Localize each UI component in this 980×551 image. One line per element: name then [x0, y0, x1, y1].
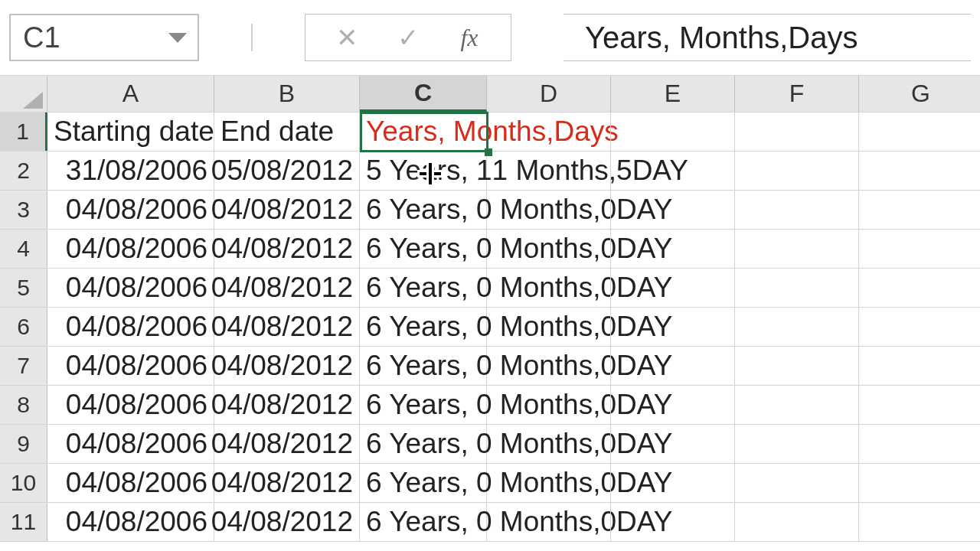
cell-F5[interactable] [735, 269, 859, 307]
cell-G2[interactable] [859, 152, 980, 190]
cell-G1[interactable] [859, 112, 980, 151]
cell-D5[interactable] [487, 269, 611, 307]
cell-A2[interactable]: 31/08/2006 [47, 152, 214, 190]
cancel-icon[interactable]: ✕ [316, 15, 377, 60]
cell-C10[interactable]: 6 Years, 0 Months,0DAY [360, 464, 487, 502]
cell-B8[interactable]: 04/08/2012 [214, 386, 360, 424]
row-header-7[interactable]: 7 [0, 347, 47, 385]
enter-icon[interactable]: ✓ [377, 15, 439, 60]
cell-C8[interactable]: 6 Years, 0 Months,0DAY [360, 386, 487, 424]
cell-F4[interactable] [735, 230, 859, 268]
cell-B5[interactable]: 04/08/2012 [214, 269, 360, 307]
col-header-G[interactable]: G [859, 76, 980, 112]
col-header-D[interactable]: D [487, 76, 611, 112]
insert-function-icon[interactable]: fx [439, 15, 500, 60]
select-all-corner[interactable] [0, 76, 47, 112]
cell-C5[interactable]: 6 Years, 0 Months,0DAY [360, 269, 487, 307]
cell-D3[interactable] [487, 191, 611, 229]
cell-G7[interactable] [859, 347, 980, 385]
cell-A3[interactable]: 04/08/2006 [47, 191, 214, 229]
row-header-3[interactable]: 3 [0, 191, 47, 229]
cell-G11[interactable] [859, 503, 980, 541]
cell-G9[interactable] [859, 425, 980, 463]
cell-G3[interactable] [859, 191, 980, 229]
cell-A4[interactable]: 04/08/2006 [47, 230, 214, 268]
cell-E9[interactable] [611, 425, 735, 463]
name-box[interactable]: C1 [9, 14, 199, 61]
cell-D11[interactable] [487, 503, 611, 541]
cell-F2[interactable] [735, 152, 859, 190]
cell-F6[interactable] [735, 308, 859, 346]
cell-D10[interactable] [487, 464, 611, 502]
cell-A1[interactable]: Starting date [47, 112, 214, 151]
cell-D7[interactable] [487, 347, 611, 385]
cell-E1[interactable] [611, 112, 735, 151]
cell-B11[interactable]: 04/08/2012 [214, 503, 360, 541]
cell-A6[interactable]: 04/08/2006 [47, 308, 214, 346]
cell-A7[interactable]: 04/08/2006 [47, 347, 214, 385]
cell-B2[interactable]: 05/08/2012 [214, 152, 360, 190]
cell-D1[interactable] [487, 112, 611, 151]
cell-F11[interactable] [735, 503, 859, 541]
name-box-dropdown-icon[interactable] [168, 33, 187, 43]
cell-C4[interactable]: 6 Years, 0 Months,0DAY [360, 230, 487, 268]
cell-A11[interactable]: 04/08/2006 [47, 503, 214, 541]
cell-E3[interactable] [611, 191, 735, 229]
cell-C6[interactable]: 6 Years, 0 Months,0DAY [360, 308, 487, 346]
spreadsheet-grid[interactable]: A B C D E F G 1 Starting date End date Y… [0, 76, 980, 542]
cell-E8[interactable] [611, 386, 735, 424]
col-header-B[interactable]: B [214, 76, 360, 112]
cell-B4[interactable]: 04/08/2012 [214, 230, 360, 268]
col-header-A[interactable]: A [47, 76, 214, 112]
cell-B1[interactable]: End date [214, 112, 360, 151]
cell-E11[interactable] [611, 503, 735, 541]
row-header-10[interactable]: 10 [0, 464, 47, 502]
cell-E5[interactable] [611, 269, 735, 307]
cell-E7[interactable] [611, 347, 735, 385]
cell-G6[interactable] [859, 308, 980, 346]
cell-C2[interactable]: 5 Years, 11 Months,5DAY [360, 152, 487, 190]
cell-D8[interactable] [487, 386, 611, 424]
cell-C7[interactable]: 6 Years, 0 Months,0DAY [360, 347, 487, 385]
row-header-9[interactable]: 9 [0, 425, 47, 463]
cell-F10[interactable] [735, 464, 859, 502]
cell-G10[interactable] [859, 464, 980, 502]
fill-handle[interactable] [485, 148, 492, 156]
cell-F8[interactable] [735, 386, 859, 424]
row-header-4[interactable]: 4 [0, 230, 47, 268]
cell-F9[interactable] [735, 425, 859, 463]
row-header-8[interactable]: 8 [0, 386, 47, 424]
cell-A5[interactable]: 04/08/2006 [47, 269, 214, 307]
cell-A8[interactable]: 04/08/2006 [47, 386, 214, 424]
cell-C9[interactable]: 6 Years, 0 Months,0DAY [360, 425, 487, 463]
cell-C11[interactable]: 6 Years, 0 Months,0DAY [360, 503, 487, 541]
cell-B10[interactable]: 04/08/2012 [214, 464, 360, 502]
cell-B9[interactable]: 04/08/2012 [214, 425, 360, 463]
cell-G4[interactable] [859, 230, 980, 268]
row-header-6[interactable]: 6 [0, 308, 47, 346]
col-header-C[interactable]: C [360, 76, 487, 112]
row-header-11[interactable]: 11 [0, 503, 47, 541]
cell-C3[interactable]: 6 Years, 0 Months,0DAY [360, 191, 487, 229]
cell-G8[interactable] [859, 386, 980, 424]
cell-E6[interactable] [611, 308, 735, 346]
cell-E2[interactable] [611, 152, 735, 190]
cell-D2[interactable] [487, 152, 611, 190]
col-header-F[interactable]: F [735, 76, 859, 112]
cell-F3[interactable] [735, 191, 859, 229]
cell-B3[interactable]: 04/08/2012 [214, 191, 360, 229]
cell-D9[interactable] [487, 425, 611, 463]
row-header-2[interactable]: 2 [0, 152, 47, 190]
cell-G5[interactable] [859, 269, 980, 307]
cell-D4[interactable] [487, 230, 611, 268]
row-header-1[interactable]: 1 [0, 112, 47, 151]
cell-A9[interactable]: 04/08/2006 [47, 425, 214, 463]
cell-B6[interactable]: 04/08/2012 [214, 308, 360, 346]
formula-input[interactable]: Years, Months,Days [564, 14, 971, 61]
col-header-E[interactable]: E [611, 76, 735, 112]
cell-E10[interactable] [611, 464, 735, 502]
cell-A10[interactable]: 04/08/2006 [47, 464, 214, 502]
cell-E4[interactable] [611, 230, 735, 268]
row-header-5[interactable]: 5 [0, 269, 47, 307]
cell-F1[interactable] [735, 112, 859, 151]
